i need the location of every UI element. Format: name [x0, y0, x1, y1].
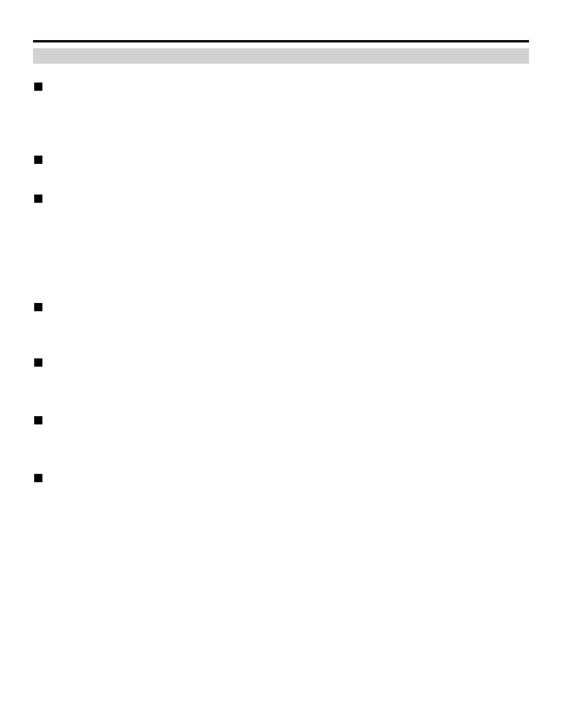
document-page	[0, 0, 562, 728]
item-spacer	[54, 153, 529, 172]
item-spacer	[54, 192, 529, 281]
list-item	[33, 301, 529, 336]
list-item	[33, 414, 529, 452]
list-item	[33, 356, 529, 394]
item-spacer	[54, 356, 529, 394]
item-spacer	[54, 301, 529, 336]
item-spacer	[54, 80, 529, 133]
list-item	[33, 80, 529, 133]
list-item	[33, 192, 529, 281]
list-item	[33, 153, 529, 172]
list-item	[33, 472, 529, 480]
header-band	[33, 48, 529, 64]
bullet-list	[33, 80, 529, 480]
top-rule	[33, 40, 529, 42]
item-spacer	[54, 472, 529, 480]
item-spacer	[54, 414, 529, 452]
